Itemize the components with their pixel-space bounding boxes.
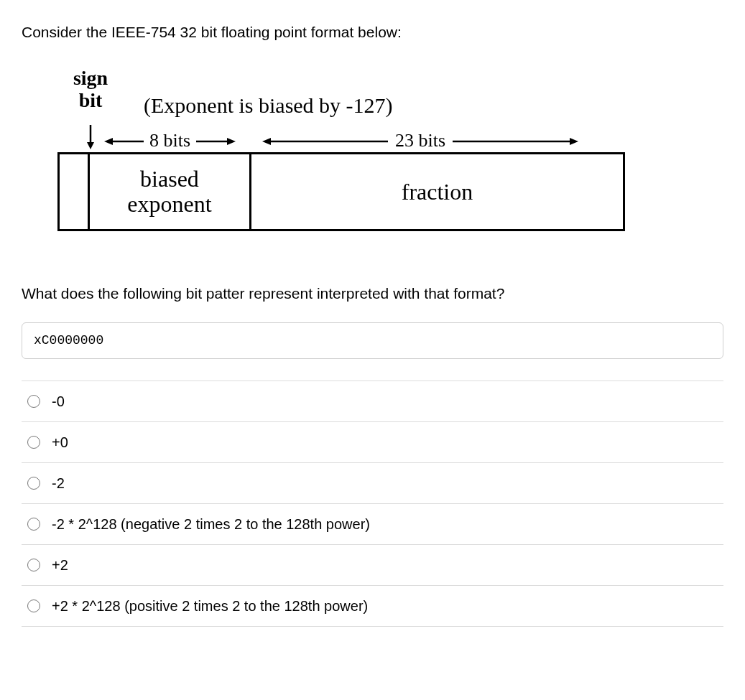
arrow-left-icon (104, 128, 144, 154)
svg-marker-9 (570, 138, 578, 145)
sign-label-line2: bit (79, 89, 103, 111)
bit-pattern-display: xC0000000 (22, 322, 723, 359)
fraction-box: fraction (251, 152, 625, 231)
sign-bit-box (57, 152, 90, 231)
format-boxes: biased exponent fraction (57, 152, 625, 231)
dim-8bits-label: 8 bits (149, 128, 190, 154)
option-label-3[interactable]: -2 * 2^128 (negative 2 times 2 to the 12… (52, 514, 370, 534)
fraction-box-label: fraction (402, 179, 473, 205)
option-row[interactable]: -2 (22, 463, 723, 504)
arrow-right-icon (453, 128, 578, 154)
svg-marker-3 (104, 138, 113, 145)
option-radio-0[interactable] (27, 395, 40, 408)
option-radio-2[interactable] (27, 477, 40, 490)
arrow-left-icon (262, 128, 388, 154)
question-intro-text: Consider the IEEE-754 32 bit floating po… (22, 22, 723, 42)
option-row[interactable]: -2 * 2^128 (negative 2 times 2 to the 12… (22, 504, 723, 545)
exponent-bias-note: (Exponent is biased by -127) (144, 90, 393, 121)
option-row[interactable]: +2 (22, 545, 723, 586)
sign-label-line1: sign (73, 67, 108, 89)
option-radio-1[interactable] (27, 436, 40, 449)
option-row[interactable]: +0 (22, 422, 723, 463)
biased-exponent-box: biased exponent (90, 152, 251, 231)
arrow-right-icon (196, 128, 236, 154)
exp-box-line1: biased (140, 166, 199, 192)
svg-marker-7 (262, 138, 271, 145)
ieee754-diagram: sign bit (Exponent is biased by -127) 8 … (50, 67, 723, 254)
option-label-4[interactable]: +2 (52, 555, 68, 575)
sign-bit-label: sign bit (69, 67, 112, 112)
option-radio-3[interactable] (27, 518, 40, 531)
option-radio-5[interactable] (27, 599, 40, 612)
sign-down-arrow-icon (85, 123, 96, 149)
option-label-0[interactable]: -0 (52, 391, 65, 411)
question-prompt-text: What does the following bit patter repre… (22, 283, 723, 304)
option-label-2[interactable]: -2 (52, 473, 65, 493)
svg-marker-1 (87, 142, 94, 149)
svg-marker-5 (227, 138, 236, 145)
dim-23bits-row: 23 bits (262, 128, 578, 154)
answer-options: -0 +0 -2 -2 * 2^128 (negative 2 times 2 … (22, 381, 723, 627)
dim-23bits-label: 23 bits (395, 128, 445, 154)
option-row[interactable]: -0 (22, 381, 723, 422)
option-row[interactable]: +2 * 2^128 (positive 2 times 2 to the 12… (22, 586, 723, 627)
option-label-5[interactable]: +2 * 2^128 (positive 2 times 2 to the 12… (52, 596, 368, 616)
dim-8bits-row: 8 bits (104, 128, 236, 154)
option-label-1[interactable]: +0 (52, 432, 68, 452)
exp-box-line2: exponent (127, 191, 211, 217)
option-radio-4[interactable] (27, 559, 40, 571)
